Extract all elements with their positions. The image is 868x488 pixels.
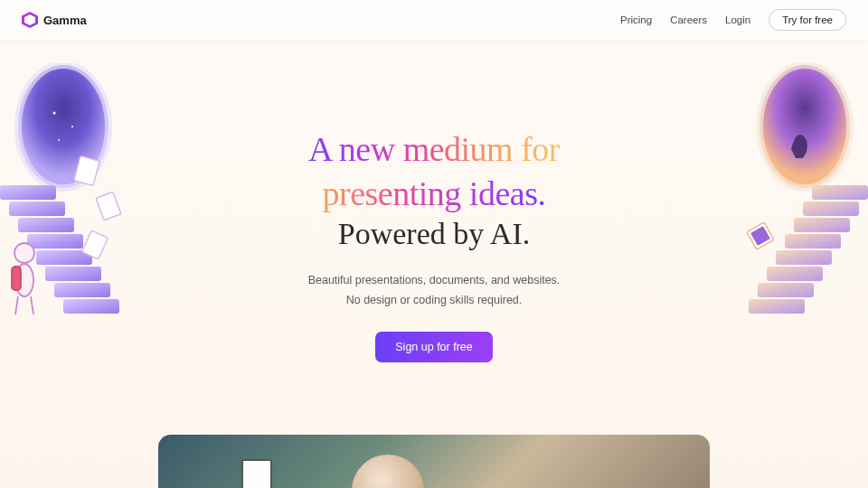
nav-pricing[interactable]: Pricing — [620, 14, 652, 25]
hero-video-preview[interactable] — [158, 435, 710, 488]
headline-line2: presenting ideas. — [323, 172, 546, 216]
nav-careers[interactable]: Careers — [670, 14, 707, 25]
logo[interactable]: Gamma — [22, 12, 87, 28]
try-for-free-button[interactable]: Try for free — [769, 9, 846, 31]
subtitle-line1: Beautiful presentations, documents, and … — [308, 274, 561, 286]
gamma-logo-icon — [22, 12, 38, 28]
headline-line1: A new medium for — [308, 127, 560, 172]
nav-login[interactable]: Login — [725, 14, 750, 25]
hero-section: A new medium for presenting ideas. Power… — [0, 41, 868, 362]
hero-headline: A new medium for presenting ideas. — [0, 127, 868, 215]
signup-button[interactable]: Sign up for free — [375, 332, 492, 362]
brand-name: Gamma — [43, 14, 87, 27]
top-header: Gamma Pricing Careers Login Try for free — [0, 0, 868, 41]
main-nav: Pricing Careers Login Try for free — [620, 9, 846, 31]
subtitle-line2: No design or coding skills required. — [346, 294, 523, 306]
hero-subheadline: Powered by AI. — [0, 217, 868, 251]
hero-subtitle: Beautiful presentations, documents, and … — [0, 271, 868, 310]
